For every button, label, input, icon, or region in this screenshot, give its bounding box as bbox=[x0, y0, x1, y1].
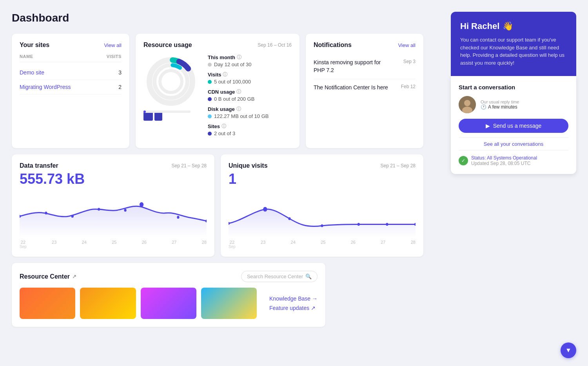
send-icon: ▶ bbox=[486, 123, 490, 129]
notifications-card: Notifications View all Kinsta removing s… bbox=[306, 34, 423, 148]
see-all-conversations-link[interactable]: See all your conversations bbox=[459, 138, 568, 150]
agent-row: Our usual reply time 🕐 A few minutes bbox=[459, 96, 568, 113]
donut-chart bbox=[143, 54, 198, 109]
sites-table: NAME VISITS Demo site 3 Migrating WordPr… bbox=[20, 54, 122, 94]
data-transfer-title: Data transfer bbox=[20, 162, 58, 169]
data-transfer-axis: 22Sep 23 24 25 26 27 28 bbox=[20, 240, 207, 249]
unique-visits-chart bbox=[229, 190, 416, 237]
notification-item: Kinsta removing support for PHP 7.2 Sep … bbox=[314, 54, 416, 79]
wave-emoji: 👋 bbox=[503, 21, 513, 31]
svg-point-5 bbox=[160, 71, 182, 92]
data-transfer-card: Data transfer Sep 21 – Sep 28 555.73 kB bbox=[12, 154, 214, 257]
status-icon: ✓ bbox=[459, 156, 468, 165]
info-icon-5: ⓘ bbox=[221, 123, 226, 130]
svg-point-7 bbox=[45, 212, 47, 214]
svg-point-18 bbox=[358, 223, 360, 226]
site-visits-migrating: 2 bbox=[118, 84, 122, 90]
stat-cdn: CDN usage ⓘ 0 B out of 200 GB bbox=[208, 89, 292, 102]
resource-images-grid bbox=[20, 288, 257, 319]
info-icon-4: ⓘ bbox=[236, 106, 241, 112]
chevron-down-icon: ▼ bbox=[565, 347, 572, 354]
notification-date-2: Feb 12 bbox=[401, 84, 416, 92]
support-top-section: Hi Rachel 👋 You can contact our support … bbox=[451, 12, 576, 76]
resource-center-search[interactable]: Search Resource Center 🔍 bbox=[241, 271, 318, 282]
support-bottom-section: Start a conversation Our usual reply tim… bbox=[451, 76, 576, 174]
stat-visits: Visits ⓘ 5 out of 100,000 bbox=[208, 71, 292, 85]
start-conversation-title: Start a conversation bbox=[459, 84, 568, 91]
resource-usage-card: Resource usage Sep 16 – Oct 16 bbox=[136, 34, 299, 148]
table-row: Demo site 3 bbox=[20, 65, 122, 80]
data-transfer-value: 555.73 kB bbox=[20, 171, 207, 187]
svg-point-19 bbox=[386, 223, 388, 226]
your-sites-header: Your sites View all bbox=[20, 42, 122, 49]
info-icon-3: ⓘ bbox=[236, 89, 241, 95]
external-link-icon: ↗ bbox=[72, 274, 76, 279]
svg-point-16 bbox=[288, 217, 290, 220]
feature-updates-link[interactable]: Feature updates ↗ bbox=[269, 305, 318, 311]
notification-date: Sep 3 bbox=[403, 59, 416, 74]
unique-visits-card: Unique visits Sep 21 – Sep 28 1 bbox=[221, 154, 423, 257]
data-transfer-date: Sep 21 – Sep 28 bbox=[172, 163, 207, 169]
info-icon-2: ⓘ bbox=[223, 71, 227, 78]
site-link-demo[interactable]: Demo site bbox=[20, 69, 44, 76]
resource-image-4[interactable] bbox=[201, 288, 257, 319]
resource-center-title: Resource Center ↗ bbox=[20, 273, 76, 280]
collapse-button[interactable]: ▼ bbox=[561, 342, 576, 358]
status-row: ✓ Status: All Systems Operational Update… bbox=[459, 155, 568, 166]
status-text: Status: All Systems Operational bbox=[471, 155, 537, 161]
col-visits: VISITS bbox=[107, 54, 122, 59]
resource-stats: This month ⓘ Day 12 out of 30 Visits ⓘ bbox=[208, 54, 292, 140]
svg-point-9 bbox=[98, 208, 100, 210]
stat-this-month: This month ⓘ Day 12 out of 30 bbox=[208, 54, 292, 67]
resource-links: Knowledge Base → Feature updates ↗ bbox=[263, 288, 318, 319]
svg-point-17 bbox=[321, 224, 323, 227]
status-updated: Updated Sep 28, 08:05 UTC bbox=[471, 161, 537, 166]
svg-point-12 bbox=[177, 216, 179, 219]
status-info: Status: All Systems Operational Updated … bbox=[471, 155, 537, 166]
notifications-header: Notifications View all bbox=[314, 42, 416, 49]
reply-info: Our usual reply time 🕐 A few minutes bbox=[481, 100, 519, 110]
support-greeting: Hi Rachel 👋 bbox=[460, 21, 567, 31]
support-description: You can contact our support team if you'… bbox=[460, 36, 567, 67]
resource-image-2[interactable] bbox=[80, 288, 136, 319]
site-visits-demo: 3 bbox=[118, 69, 122, 76]
unique-visits-axis: 22Sep 23 24 25 26 27 28 bbox=[229, 240, 416, 249]
agent-avatar bbox=[459, 96, 476, 113]
notifications-title: Notifications bbox=[314, 42, 352, 49]
svg-point-15 bbox=[263, 207, 267, 212]
resource-center-card: Resource Center ↗ Search Resource Center… bbox=[12, 263, 325, 327]
notification-text: Kinsta removing support for PHP 7.2 bbox=[314, 59, 392, 74]
notification-text-2: The Notification Center Is here bbox=[314, 84, 388, 92]
svg-point-11 bbox=[140, 202, 143, 207]
notifications-view-all[interactable]: View all bbox=[398, 42, 416, 48]
resource-usage-header: Resource usage Sep 16 – Oct 16 bbox=[143, 42, 292, 49]
search-icon: 🔍 bbox=[305, 274, 312, 279]
your-sites-title: Your sites bbox=[20, 42, 49, 49]
knowledge-base-link[interactable]: Knowledge Base → bbox=[269, 295, 318, 302]
svg-point-10 bbox=[124, 209, 126, 212]
search-input-label: Search Resource Center bbox=[247, 274, 303, 279]
unique-visits-title: Unique visits bbox=[229, 162, 268, 169]
page-title: Dashboard bbox=[12, 12, 423, 24]
resource-image-1[interactable] bbox=[20, 288, 75, 319]
stat-sites: Sites ⓘ 2 out of 3 bbox=[208, 123, 292, 136]
your-sites-view-all[interactable]: View all bbox=[104, 42, 122, 48]
sites-table-header: NAME VISITS bbox=[20, 54, 122, 62]
resource-center-header: Resource Center ↗ Search Resource Center… bbox=[20, 271, 318, 282]
unique-visits-date: Sep 21 – Sep 28 bbox=[381, 163, 416, 169]
data-transfer-chart bbox=[20, 190, 207, 237]
info-icon: ⓘ bbox=[237, 54, 241, 61]
site-link-migrating[interactable]: Migrating WordPress bbox=[20, 84, 71, 90]
resource-date-range: Sep 16 – Oct 16 bbox=[258, 42, 292, 48]
svg-point-8 bbox=[71, 215, 74, 217]
send-message-button[interactable]: ▶ Send us a message bbox=[459, 119, 568, 133]
notification-item: The Notification Center Is here Feb 12 bbox=[314, 79, 416, 96]
resource-usage-title: Resource usage bbox=[143, 42, 192, 49]
table-row: Migrating WordPress 2 bbox=[20, 80, 122, 94]
col-name: NAME bbox=[20, 54, 33, 59]
support-panel: Hi Rachel 👋 You can contact our support … bbox=[451, 12, 576, 174]
reply-time: 🕐 A few minutes bbox=[481, 104, 519, 110]
svg-point-22 bbox=[464, 100, 470, 106]
reply-label: Our usual reply time bbox=[481, 100, 519, 104]
resource-image-3[interactable] bbox=[141, 288, 196, 319]
